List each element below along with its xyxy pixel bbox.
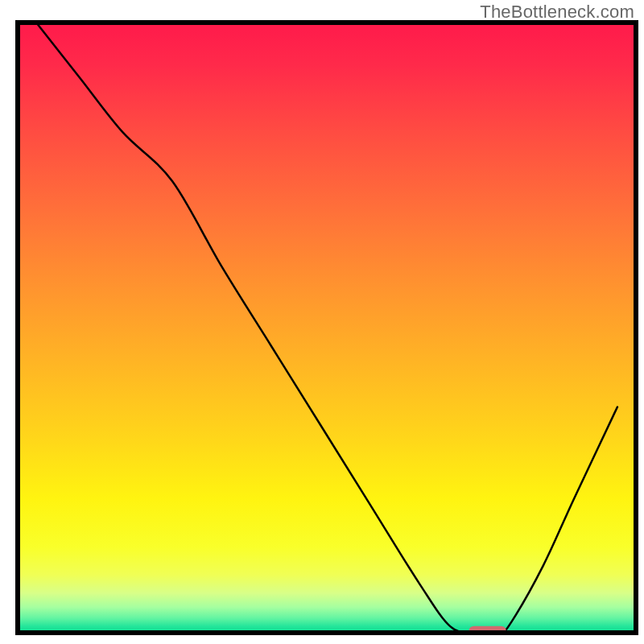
- bottleneck-chart: [0, 0, 644, 644]
- chart-frame: TheBottleneck.com: [0, 0, 644, 644]
- plot-area: [18, 23, 636, 634]
- background-gradient: [18, 23, 636, 633]
- watermark-text: TheBottleneck.com: [480, 2, 634, 23]
